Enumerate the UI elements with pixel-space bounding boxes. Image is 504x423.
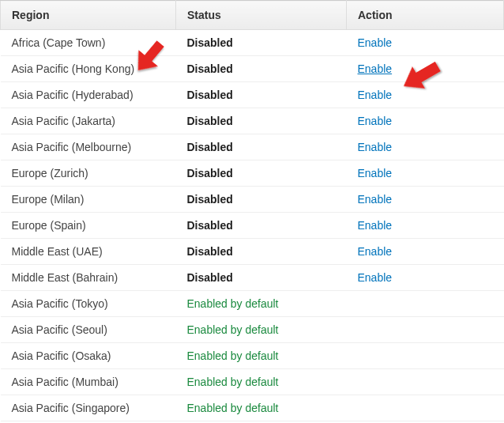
status-cell: Enabled by default — [176, 343, 347, 369]
region-cell: Asia Pacific (Hyderabad) — [1, 82, 176, 108]
col-header-action: Action — [347, 1, 504, 30]
status-cell: Enabled by default — [176, 291, 347, 317]
region-cell: Asia Pacific (Hong Kong) — [1, 56, 176, 82]
region-cell: Middle East (UAE) — [1, 239, 176, 265]
status-cell: Disabled — [176, 82, 347, 108]
action-cell — [347, 369, 504, 395]
region-cell: Europe (Milan) — [1, 187, 176, 213]
table-row: Asia Pacific (Mumbai)Enabled by default — [1, 369, 504, 395]
table-row: Europe (Zurich)DisabledEnable — [1, 161, 504, 187]
table-row: Europe (Milan)DisabledEnable — [1, 187, 504, 213]
table-header-row: Region Status Action — [1, 1, 504, 30]
action-cell: Enable — [347, 56, 504, 82]
region-cell: Asia Pacific (Jakarta) — [1, 108, 176, 134]
enable-link[interactable]: Enable — [358, 62, 393, 75]
enable-link[interactable]: Enable — [358, 245, 393, 258]
region-cell: Asia Pacific (Tokyo) — [1, 291, 176, 317]
table-row: Asia Pacific (Osaka)Enabled by default — [1, 343, 504, 369]
action-cell — [347, 317, 504, 343]
table-row: Asia Pacific (Melbourne)DisabledEnable — [1, 134, 504, 161]
action-cell: Enable — [347, 30, 504, 56]
enable-link[interactable]: Enable — [358, 271, 393, 284]
col-header-region: Region — [1, 1, 176, 30]
action-cell: Enable — [347, 239, 504, 265]
table-row: Asia Pacific (Hong Kong)DisabledEnable — [1, 56, 504, 82]
status-cell: Disabled — [176, 239, 347, 265]
enable-link[interactable]: Enable — [358, 167, 393, 179]
action-cell: Enable — [347, 108, 504, 134]
status-cell: Disabled — [176, 265, 347, 291]
action-cell: Enable — [347, 265, 504, 291]
status-cell: Disabled — [176, 30, 347, 56]
table-row: Europe (Spain)DisabledEnable — [1, 213, 504, 239]
regions-table: Region Status Action Africa (Cape Town)D… — [0, 0, 504, 421]
table-row: Asia Pacific (Tokyo)Enabled by default — [1, 291, 504, 317]
region-cell: Asia Pacific (Singapore) — [1, 395, 176, 421]
action-cell — [347, 291, 504, 317]
table-row: Asia Pacific (Seoul)Enabled by default — [1, 317, 504, 343]
region-cell: Middle East (Bahrain) — [1, 265, 176, 291]
status-cell: Enabled by default — [176, 369, 347, 395]
action-cell: Enable — [347, 213, 504, 239]
action-cell: Enable — [347, 161, 504, 187]
table-row: Middle East (UAE)DisabledEnable — [1, 239, 504, 265]
table-row: Middle East (Bahrain)DisabledEnable — [1, 265, 504, 291]
region-cell: Asia Pacific (Melbourne) — [1, 134, 176, 161]
region-cell: Africa (Cape Town) — [1, 30, 176, 56]
table-row: Asia Pacific (Hyderabad)DisabledEnable — [1, 82, 504, 108]
status-cell: Enabled by default — [176, 395, 347, 421]
col-header-status: Status — [176, 1, 347, 30]
status-cell: Disabled — [176, 187, 347, 213]
enable-link[interactable]: Enable — [358, 193, 393, 206]
enable-link[interactable]: Enable — [358, 36, 393, 49]
table-row: Africa (Cape Town)DisabledEnable — [1, 30, 504, 56]
enable-link[interactable]: Enable — [358, 141, 393, 153]
action-cell: Enable — [347, 187, 504, 213]
status-cell: Disabled — [176, 108, 347, 134]
region-cell: Asia Pacific (Seoul) — [1, 317, 176, 343]
enable-link[interactable]: Enable — [358, 89, 393, 101]
enable-link[interactable]: Enable — [358, 115, 393, 127]
region-cell: Europe (Zurich) — [1, 161, 176, 187]
status-cell: Disabled — [176, 56, 347, 82]
action-cell — [347, 343, 504, 369]
action-cell: Enable — [347, 82, 504, 108]
table-row: Asia Pacific (Jakarta)DisabledEnable — [1, 108, 504, 134]
enable-link[interactable]: Enable — [358, 219, 393, 232]
action-cell — [347, 395, 504, 421]
table-row: Asia Pacific (Singapore)Enabled by defau… — [1, 395, 504, 421]
status-cell: Enabled by default — [176, 317, 347, 343]
status-cell: Disabled — [176, 134, 347, 161]
status-cell: Disabled — [176, 161, 347, 187]
status-cell: Disabled — [176, 213, 347, 239]
action-cell: Enable — [347, 134, 504, 161]
region-cell: Asia Pacific (Mumbai) — [1, 369, 176, 395]
region-cell: Asia Pacific (Osaka) — [1, 343, 176, 369]
region-cell: Europe (Spain) — [1, 213, 176, 239]
